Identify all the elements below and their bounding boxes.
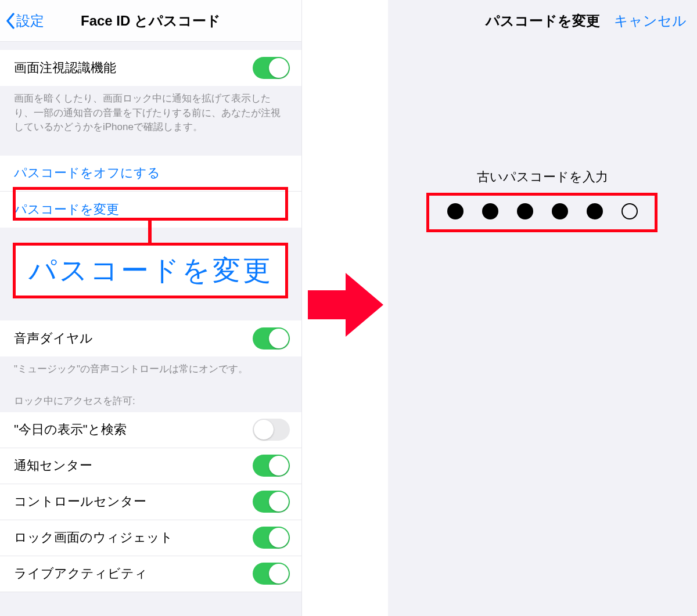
- passcode-dot: [447, 203, 464, 219]
- passcode-change-label: パスコードを変更: [14, 201, 119, 218]
- lock-item-toggle[interactable]: [253, 563, 290, 585]
- lock-item-toggle[interactable]: [253, 527, 290, 549]
- passcode-off-button[interactable]: パスコードをオフにする: [0, 156, 301, 192]
- back-label: 設定: [16, 12, 44, 30]
- lock-item-toggle[interactable]: [253, 491, 290, 513]
- lock-item-label: ロック画面のウィジェット: [14, 529, 173, 546]
- back-button[interactable]: 設定: [0, 12, 44, 30]
- navbar-right: パスコードを変更 キャンセル: [388, 0, 697, 42]
- lock-access-header: ロック中にアクセスを許可:: [0, 381, 301, 412]
- passcode-dot: [552, 203, 568, 219]
- chevron-left-icon: [6, 13, 15, 29]
- lock-item-label: コントロールセンター: [14, 493, 146, 510]
- cancel-label: キャンセル: [614, 13, 687, 28]
- passcode-dots: [388, 203, 697, 219]
- navbar: 設定 Face ID とパスコード: [0, 0, 301, 42]
- lock-access-group: "今日の表示"と検索 通知センター コントロールセンター ロック画面のウィジェッ…: [0, 412, 301, 592]
- settings-screen-left: 設定 Face ID とパスコード 画面注視認識機能 画面を暗くしたり、画面ロッ…: [0, 0, 302, 616]
- annotation-spacer: [0, 228, 301, 320]
- passcode-dot: [482, 203, 498, 219]
- passcode-off-label: パスコードをオフにする: [14, 164, 160, 182]
- lock-item-toggle[interactable]: [253, 455, 290, 477]
- lock-item-notification-center[interactable]: 通知センター: [0, 448, 301, 484]
- attention-toggle[interactable]: [253, 57, 290, 79]
- passcode-entry-screen-right: パスコードを変更 キャンセル 古いパスコードを入力: [388, 0, 697, 616]
- attention-footer: 画面を暗くしたり、画面ロック中に通知を拡げて表示したり、一部の通知音の音量を下げ…: [0, 86, 301, 139]
- lock-item-toggle[interactable]: [253, 419, 290, 441]
- attention-label: 画面注視認識機能: [14, 59, 116, 77]
- lock-item-label: 通知センター: [14, 457, 92, 474]
- attention-group: 画面注視認識機能 画面を暗くしたり、画面ロック中に通知を拡げて表示したり、一部の…: [0, 50, 301, 139]
- passcode-dot: [621, 203, 638, 219]
- passcode-change-button[interactable]: パスコードを変更: [0, 192, 301, 228]
- passcode-dot: [587, 203, 603, 219]
- lock-item-label: "今日の表示"と検索: [14, 421, 127, 438]
- passcode-group: パスコードをオフにする パスコードを変更: [0, 156, 301, 228]
- lock-item-lockscreen-widgets[interactable]: ロック画面のウィジェット: [0, 520, 301, 556]
- lock-item-live-activities[interactable]: ライブアクティビティ: [0, 556, 301, 592]
- passcode-prompt: 古いパスコードを入力: [388, 168, 697, 186]
- passcode-dot: [517, 203, 533, 219]
- lock-item-today[interactable]: "今日の表示"と検索: [0, 412, 301, 448]
- lock-item-label: ライブアクティビティ: [14, 565, 148, 582]
- arrow-right-icon: [308, 273, 383, 337]
- svg-marker-0: [308, 273, 383, 337]
- page-title: Face ID とパスコード: [0, 12, 301, 30]
- lock-item-control-center[interactable]: コントロールセンター: [0, 484, 301, 520]
- voice-dial-footer: "ミュージック"の音声コントロールは常にオンです。: [0, 356, 301, 381]
- voice-dial-label: 音声ダイヤル: [14, 330, 93, 347]
- voice-dial-group: 音声ダイヤル "ミュージック"の音声コントロールは常にオンです。: [0, 320, 301, 381]
- attention-cell[interactable]: 画面注視認識機能: [0, 50, 301, 86]
- voice-dial-toggle[interactable]: [253, 327, 290, 350]
- voice-dial-cell[interactable]: 音声ダイヤル: [0, 320, 301, 356]
- cancel-button[interactable]: キャンセル: [614, 12, 687, 30]
